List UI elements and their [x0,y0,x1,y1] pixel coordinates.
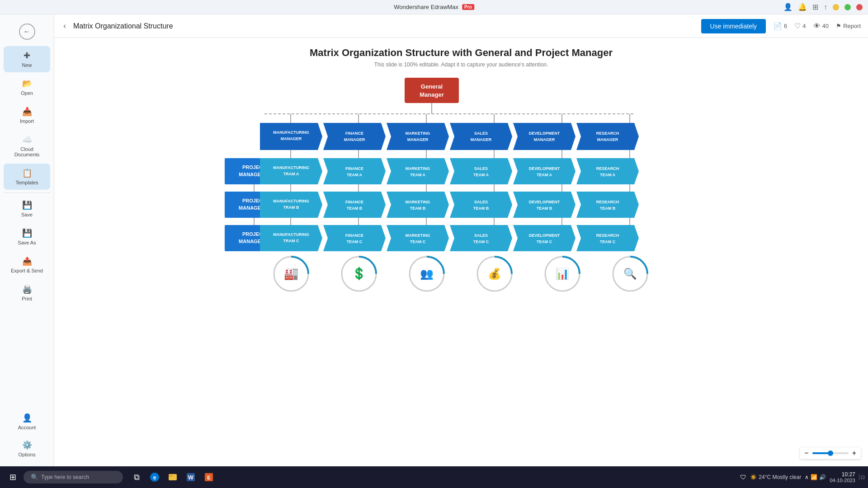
svg-text:TEAM B: TEAM B [347,206,363,211]
svg-text:DEVELOPMENT: DEVELOPMENT [529,200,560,204]
svg-rect-126 [169,474,177,480]
svg-text:General: General [421,83,443,90]
sidebar-item-export[interactable]: 📤 Export & Send [4,252,50,278]
report-button[interactable]: ⚑ Report [836,23,861,29]
sidebar-bottom: 👤 Account ⚙️ Options [0,408,54,463]
volume-icon[interactable]: 🔊 [819,474,826,480]
svg-text:TEAM A: TEAM A [410,173,426,177]
svg-marker-26 [576,123,639,150]
sidebar-cloud-label: Cloud Documents [7,146,47,157]
taskview-app[interactable]: ⧉ [128,469,145,485]
svg-text:🏭: 🏭 [284,266,299,281]
use-immediately-button[interactable]: Use immediately [701,19,766,33]
copies-stat: 📄 6 [773,22,787,30]
svg-marker-47 [450,158,512,184]
svg-text:TEAM B: TEAM B [473,206,489,211]
grid-icon[interactable]: ⊞ [812,3,818,11]
options-icon: ⚙️ [22,440,32,450]
svg-text:RESEARCH: RESEARCH [596,233,619,238]
taskbar-search-box[interactable]: 🔍 Type here to search [24,471,123,483]
taskbar-search-placeholder: Type here to search [41,474,89,480]
svg-marker-78 [513,192,576,218]
close-button[interactable] [856,4,863,10]
sidebar-item-options[interactable]: ⚙️ Options [4,436,50,462]
sidebar-templates-label: Templates [15,180,38,185]
back-circle[interactable]: ← [19,23,35,40]
explorer-app[interactable] [165,469,181,485]
sidebar-item-save[interactable]: 💾 Save [4,196,50,222]
svg-text:TRAM A: TRAM A [283,172,299,176]
svg-text:e: e [153,474,156,481]
zoom-slider[interactable] [812,452,849,454]
svg-text:TEAM C: TEAM C [473,239,489,244]
share-icon[interactable]: ↑ [824,3,827,11]
svg-text:💲: 💲 [352,266,367,281]
taskbar-notification-icon[interactable]: 🛡 [740,474,746,481]
svg-marker-14 [323,123,386,150]
sidebar-item-account[interactable]: 👤 Account [4,408,50,435]
svg-text:FINANCE: FINANCE [345,131,363,136]
sidebar-export-label: Export & Send [11,268,43,273]
svg-marker-103 [450,225,512,251]
svg-marker-109 [576,225,639,251]
titlebar-right-icons[interactable]: 👤 🔔 ⊞ ↑ [783,3,863,11]
sidebar-item-import[interactable]: 📥 Import [4,102,50,128]
svg-text:MANAGER: MANAGER [597,137,618,142]
svg-text:TEAM A: TEAM A [473,173,489,177]
zoom-thumb[interactable] [828,450,833,456]
svg-text:TRAM B: TRAM B [283,205,299,210]
bell-icon[interactable]: 🔔 [798,3,807,11]
sidebar-item-saveas[interactable]: 💾 Save As [4,224,50,250]
flag-icon: ⚑ [836,23,841,29]
sidebar-divider-1 [4,192,50,193]
minimize-button[interactable] [833,4,839,10]
likes-stat: ♡ 4 [794,22,806,30]
sidebar-item-cloud[interactable]: ☁️ Cloud Documents [4,130,50,162]
zoom-in-button[interactable]: + [852,449,856,457]
sidebar-saveas-label: Save As [18,240,36,245]
pro-badge: Pro [462,4,474,10]
toolbar-back-button[interactable]: ‹ [61,19,68,33]
svg-text:MANAGER: MANAGER [407,137,429,142]
eye-icon: 👁 [813,22,821,30]
svg-text:TEAM A: TEAM A [537,173,552,177]
sidebar-item-print[interactable]: 🖨️ Print [4,280,50,306]
svg-text:SALES: SALES [474,200,488,204]
print-icon: 🖨️ [22,284,32,294]
taskbar-datetime[interactable]: 10:27 04-10-2023 [830,471,855,483]
diagram-area[interactable]: Matrix Organization Structure with Gener… [54,38,868,466]
page-title: Matrix Organizational Structure [73,22,696,30]
show-desktop-icon[interactable]: □ [859,474,864,480]
taskbar-weather: ☀️ 24°C Mostly clear [750,474,801,480]
sidebar-back[interactable]: ← [4,20,50,43]
org-chart-container: General Manager MANUFAC [72,73,850,335]
sidebar-item-templates[interactable]: 📋 Templates [4,164,50,190]
restore-button[interactable] [844,4,851,10]
edraw-app[interactable]: E [201,469,217,485]
svg-text:TEAM A: TEAM A [600,173,616,177]
sidebar-item-new[interactable]: ✚ New [4,46,50,72]
network-icon[interactable]: 📶 [811,474,817,480]
svg-marker-20 [450,123,512,150]
svg-text:📊: 📊 [556,267,569,280]
chevron-up-icon[interactable]: ∧ [805,474,809,480]
views-stat: 👁 40 [813,22,829,30]
sidebar-item-open[interactable]: 📂 Open [4,74,50,100]
zoom-controls[interactable]: − + [800,447,861,459]
windows-start-button[interactable]: ⊞ [4,468,22,486]
svg-text:MANAGER: MANAGER [534,137,555,142]
sidebar-import-label: Import [20,118,34,124]
word-app[interactable]: W [183,469,199,485]
zoom-out-button[interactable]: − [804,449,808,457]
svg-text:TRAM C: TRAM C [283,239,299,243]
edge-app[interactable]: e [146,469,163,485]
sidebar-open-label: Open [21,90,33,96]
svg-rect-127 [169,475,173,477]
svg-text:TEAM C: TEAM C [600,239,616,244]
copies-icon: 📄 [773,22,782,30]
sidebar-options-label: Options [19,452,36,457]
likes-count: 4 [802,23,806,29]
svg-marker-100 [387,225,449,251]
export-icon: 📤 [22,256,32,266]
svg-text:TEAM B: TEAM B [600,206,616,211]
